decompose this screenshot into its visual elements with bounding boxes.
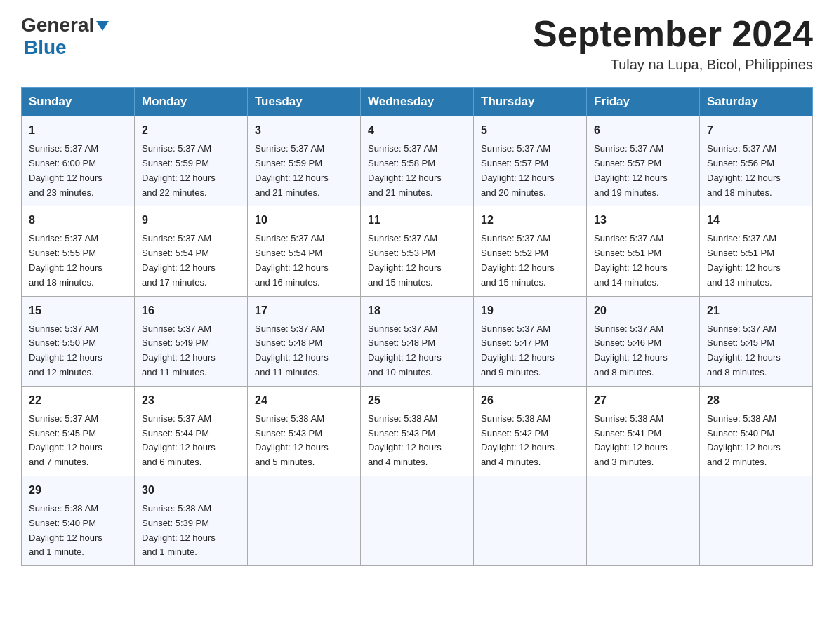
day-info: Sunrise: 5:37 AMSunset: 5:53 PMDaylight:… [368,232,466,290]
weekday-header-thursday: Thursday [474,88,587,116]
day-number: 18 [368,302,466,319]
day-info: Sunrise: 5:37 AMSunset: 5:58 PMDaylight:… [368,142,466,200]
calendar-cell: 24Sunrise: 5:38 AMSunset: 5:43 PMDayligh… [248,386,361,476]
calendar-cell: 2Sunrise: 5:37 AMSunset: 5:59 PMDaylight… [135,116,248,206]
day-number: 13 [594,212,692,229]
day-number: 16 [142,302,240,319]
day-number: 24 [255,392,353,409]
day-info: Sunrise: 5:37 AMSunset: 5:49 PMDaylight:… [142,322,240,380]
calendar-cell: 7Sunrise: 5:37 AMSunset: 5:56 PMDaylight… [700,116,813,206]
page-header: General Blue September 2024 Tulay na Lup… [21,14,813,73]
calendar-week-row: 1Sunrise: 5:37 AMSunset: 6:00 PMDaylight… [22,116,813,206]
logo-blue-text: Blue [24,36,67,59]
day-info: Sunrise: 5:38 AMSunset: 5:41 PMDaylight:… [594,412,692,470]
calendar-cell [361,476,474,565]
day-info: Sunrise: 5:37 AMSunset: 5:52 PMDaylight:… [481,232,579,290]
day-number: 2 [142,122,240,139]
calendar-cell: 21Sunrise: 5:37 AMSunset: 5:45 PMDayligh… [700,296,813,386]
day-info: Sunrise: 5:37 AMSunset: 5:48 PMDaylight:… [255,322,353,380]
day-info: Sunrise: 5:37 AMSunset: 5:59 PMDaylight:… [142,142,240,200]
day-info: Sunrise: 5:37 AMSunset: 5:55 PMDaylight:… [29,232,127,290]
calendar-cell [587,476,700,565]
day-info: Sunrise: 5:38 AMSunset: 5:39 PMDaylight:… [142,502,240,560]
day-number: 20 [594,302,692,319]
calendar-header-row: SundayMondayTuesdayWednesdayThursdayFrid… [22,88,813,116]
day-info: Sunrise: 5:37 AMSunset: 5:54 PMDaylight:… [142,232,240,290]
day-number: 14 [707,212,805,229]
day-number: 19 [481,302,579,319]
title-block: September 2024 Tulay na Lupa, Bicol, Phi… [533,14,813,73]
day-info: Sunrise: 5:37 AMSunset: 5:50 PMDaylight:… [29,322,127,380]
calendar-cell: 6Sunrise: 5:37 AMSunset: 5:57 PMDaylight… [587,116,700,206]
calendar-table: SundayMondayTuesdayWednesdayThursdayFrid… [21,87,813,566]
calendar-cell: 23Sunrise: 5:37 AMSunset: 5:44 PMDayligh… [135,386,248,476]
day-number: 28 [707,392,805,409]
day-info: Sunrise: 5:37 AMSunset: 5:51 PMDaylight:… [707,232,805,290]
day-number: 10 [255,212,353,229]
logo-triangle-icon [96,21,109,31]
calendar-cell: 26Sunrise: 5:38 AMSunset: 5:42 PMDayligh… [474,386,587,476]
day-number: 26 [481,392,579,409]
calendar-cell: 27Sunrise: 5:38 AMSunset: 5:41 PMDayligh… [587,386,700,476]
day-number: 30 [142,482,240,499]
calendar-cell [700,476,813,565]
calendar-cell: 18Sunrise: 5:37 AMSunset: 5:48 PMDayligh… [361,296,474,386]
calendar-cell: 12Sunrise: 5:37 AMSunset: 5:52 PMDayligh… [474,206,587,296]
calendar-cell: 22Sunrise: 5:37 AMSunset: 5:45 PMDayligh… [22,386,135,476]
day-info: Sunrise: 5:38 AMSunset: 5:42 PMDaylight:… [481,412,579,470]
day-number: 6 [594,122,692,139]
calendar-cell: 14Sunrise: 5:37 AMSunset: 5:51 PMDayligh… [700,206,813,296]
logo: General Blue [21,14,109,59]
day-info: Sunrise: 5:37 AMSunset: 5:45 PMDaylight:… [29,412,127,470]
day-number: 8 [29,212,127,229]
calendar-subtitle: Tulay na Lupa, Bicol, Philippines [533,57,813,73]
calendar-cell: 11Sunrise: 5:37 AMSunset: 5:53 PMDayligh… [361,206,474,296]
calendar-cell: 5Sunrise: 5:37 AMSunset: 5:57 PMDaylight… [474,116,587,206]
day-info: Sunrise: 5:37 AMSunset: 5:54 PMDaylight:… [255,232,353,290]
calendar-cell [474,476,587,565]
day-number: 23 [142,392,240,409]
calendar-title: September 2024 [533,14,813,54]
calendar-cell: 3Sunrise: 5:37 AMSunset: 5:59 PMDaylight… [248,116,361,206]
calendar-cell: 1Sunrise: 5:37 AMSunset: 6:00 PMDaylight… [22,116,135,206]
day-info: Sunrise: 5:37 AMSunset: 5:47 PMDaylight:… [481,322,579,380]
day-number: 1 [29,122,127,139]
day-number: 9 [142,212,240,229]
day-info: Sunrise: 5:37 AMSunset: 5:57 PMDaylight:… [594,142,692,200]
calendar-cell: 17Sunrise: 5:37 AMSunset: 5:48 PMDayligh… [248,296,361,386]
day-number: 4 [368,122,466,139]
calendar-cell: 16Sunrise: 5:37 AMSunset: 5:49 PMDayligh… [135,296,248,386]
day-info: Sunrise: 5:37 AMSunset: 5:56 PMDaylight:… [707,142,805,200]
weekday-header-sunday: Sunday [22,88,135,116]
day-info: Sunrise: 5:37 AMSunset: 5:46 PMDaylight:… [594,322,692,380]
calendar-cell: 25Sunrise: 5:38 AMSunset: 5:43 PMDayligh… [361,386,474,476]
calendar-cell: 10Sunrise: 5:37 AMSunset: 5:54 PMDayligh… [248,206,361,296]
day-number: 15 [29,302,127,319]
weekday-header-tuesday: Tuesday [248,88,361,116]
day-info: Sunrise: 5:38 AMSunset: 5:43 PMDaylight:… [368,412,466,470]
calendar-week-row: 15Sunrise: 5:37 AMSunset: 5:50 PMDayligh… [22,296,813,386]
day-info: Sunrise: 5:38 AMSunset: 5:40 PMDaylight:… [29,502,127,560]
weekday-header-friday: Friday [587,88,700,116]
weekday-header-monday: Monday [135,88,248,116]
weekday-header-wednesday: Wednesday [361,88,474,116]
calendar-cell: 19Sunrise: 5:37 AMSunset: 5:47 PMDayligh… [474,296,587,386]
day-info: Sunrise: 5:37 AMSunset: 5:48 PMDaylight:… [368,322,466,380]
calendar-week-row: 29Sunrise: 5:38 AMSunset: 5:40 PMDayligh… [22,476,813,565]
weekday-header-saturday: Saturday [700,88,813,116]
day-number: 11 [368,212,466,229]
calendar-cell: 15Sunrise: 5:37 AMSunset: 5:50 PMDayligh… [22,296,135,386]
calendar-cell [248,476,361,565]
day-info: Sunrise: 5:37 AMSunset: 5:59 PMDaylight:… [255,142,353,200]
day-number: 5 [481,122,579,139]
day-info: Sunrise: 5:37 AMSunset: 5:57 PMDaylight:… [481,142,579,200]
day-info: Sunrise: 5:37 AMSunset: 5:45 PMDaylight:… [707,322,805,380]
calendar-cell: 4Sunrise: 5:37 AMSunset: 5:58 PMDaylight… [361,116,474,206]
day-info: Sunrise: 5:37 AMSunset: 5:51 PMDaylight:… [594,232,692,290]
day-info: Sunrise: 5:37 AMSunset: 6:00 PMDaylight:… [29,142,127,200]
day-number: 17 [255,302,353,319]
logo-general-text: General [21,14,94,36]
day-info: Sunrise: 5:37 AMSunset: 5:44 PMDaylight:… [142,412,240,470]
day-number: 12 [481,212,579,229]
day-info: Sunrise: 5:38 AMSunset: 5:43 PMDaylight:… [255,412,353,470]
